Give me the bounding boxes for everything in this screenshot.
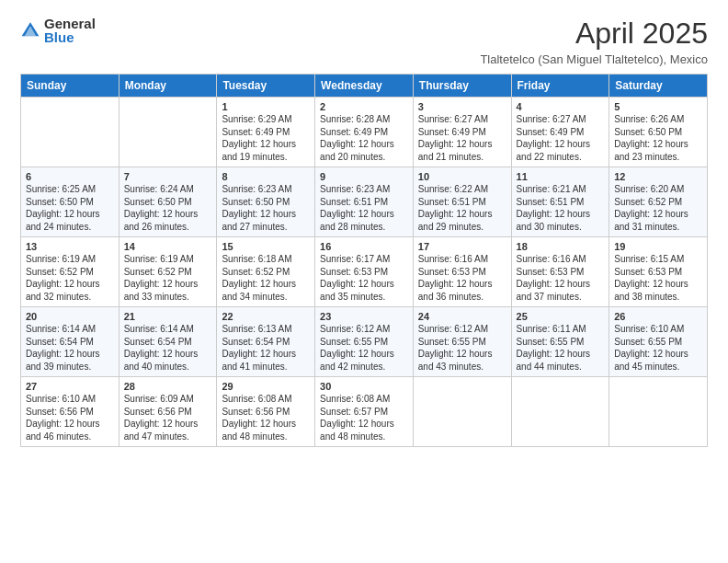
calendar-cell: 23Sunrise: 6:12 AM Sunset: 6:55 PM Dayli… bbox=[315, 307, 414, 377]
day-info: Sunrise: 6:18 AM Sunset: 6:52 PM Dayligh… bbox=[222, 254, 296, 302]
logo-icon bbox=[20, 20, 40, 40]
calendar-cell: 9Sunrise: 6:23 AM Sunset: 6:51 PM Daylig… bbox=[315, 167, 414, 237]
calendar-cell: 18Sunrise: 6:16 AM Sunset: 6:53 PM Dayli… bbox=[511, 237, 609, 307]
day-info: Sunrise: 6:14 AM Sunset: 6:54 PM Dayligh… bbox=[124, 324, 199, 372]
day-number: 19 bbox=[614, 241, 702, 252]
day-info: Sunrise: 6:27 AM Sunset: 6:49 PM Dayligh… bbox=[517, 114, 591, 162]
weekday-header: Saturday bbox=[609, 75, 708, 98]
day-number: 5 bbox=[614, 101, 702, 112]
calendar-cell: 24Sunrise: 6:12 AM Sunset: 6:55 PM Dayli… bbox=[413, 307, 511, 377]
day-info: Sunrise: 6:20 AM Sunset: 6:52 PM Dayligh… bbox=[614, 184, 688, 232]
weekday-header: Monday bbox=[119, 75, 217, 98]
subtitle: Tlaltetelco (San Miguel Tlaltetelco), Me… bbox=[480, 52, 708, 66]
day-info: Sunrise: 6:22 AM Sunset: 6:51 PM Dayligh… bbox=[418, 184, 493, 232]
day-number: 26 bbox=[614, 311, 702, 322]
day-number: 7 bbox=[124, 171, 212, 182]
calendar-cell: 29Sunrise: 6:08 AM Sunset: 6:56 PM Dayli… bbox=[217, 377, 315, 447]
day-info: Sunrise: 6:12 AM Sunset: 6:55 PM Dayligh… bbox=[320, 324, 394, 372]
weekday-header: Friday bbox=[511, 75, 609, 98]
day-number: 16 bbox=[320, 241, 408, 252]
calendar-cell: 20Sunrise: 6:14 AM Sunset: 6:54 PM Dayli… bbox=[21, 307, 119, 377]
day-info: Sunrise: 6:12 AM Sunset: 6:55 PM Dayligh… bbox=[418, 324, 493, 372]
day-number: 10 bbox=[418, 171, 506, 182]
logo-text: General Blue bbox=[44, 17, 96, 44]
title-block: April 2025 Tlaltetelco (San Miguel Tlalt… bbox=[480, 17, 708, 66]
day-number: 3 bbox=[418, 101, 506, 112]
calendar-cell: 13Sunrise: 6:19 AM Sunset: 6:52 PM Dayli… bbox=[21, 237, 119, 307]
calendar-cell: 2Sunrise: 6:28 AM Sunset: 6:49 PM Daylig… bbox=[315, 98, 414, 167]
day-info: Sunrise: 6:24 AM Sunset: 6:50 PM Dayligh… bbox=[124, 184, 199, 232]
page: General Blue April 2025 Tlaltetelco (San… bbox=[0, 0, 728, 563]
day-info: Sunrise: 6:29 AM Sunset: 6:49 PM Dayligh… bbox=[222, 114, 296, 162]
day-number: 15 bbox=[222, 241, 310, 252]
day-number: 2 bbox=[320, 101, 408, 112]
day-number: 27 bbox=[26, 381, 114, 392]
day-info: Sunrise: 6:09 AM Sunset: 6:56 PM Dayligh… bbox=[124, 394, 199, 442]
day-number: 25 bbox=[517, 311, 605, 322]
weekday-header: Sunday bbox=[21, 75, 119, 98]
day-info: Sunrise: 6:25 AM Sunset: 6:50 PM Dayligh… bbox=[26, 184, 100, 232]
day-number: 12 bbox=[614, 171, 702, 182]
weekday-header: Thursday bbox=[413, 75, 511, 98]
day-number: 9 bbox=[320, 171, 408, 182]
day-number: 20 bbox=[26, 311, 114, 322]
day-info: Sunrise: 6:16 AM Sunset: 6:53 PM Dayligh… bbox=[418, 254, 493, 302]
day-number: 22 bbox=[222, 311, 310, 322]
main-title: April 2025 bbox=[480, 17, 708, 51]
calendar-cell: 25Sunrise: 6:11 AM Sunset: 6:55 PM Dayli… bbox=[511, 307, 609, 377]
day-number: 24 bbox=[418, 311, 506, 322]
calendar-cell: 22Sunrise: 6:13 AM Sunset: 6:54 PM Dayli… bbox=[217, 307, 315, 377]
weekday-header: Wednesday bbox=[315, 75, 414, 98]
calendar-cell: 12Sunrise: 6:20 AM Sunset: 6:52 PM Dayli… bbox=[609, 167, 708, 237]
day-number: 17 bbox=[418, 241, 506, 252]
calendar-cell: 11Sunrise: 6:21 AM Sunset: 6:51 PM Dayli… bbox=[511, 167, 609, 237]
calendar-cell bbox=[119, 98, 217, 167]
calendar-cell bbox=[413, 377, 511, 447]
calendar-row: 1Sunrise: 6:29 AM Sunset: 6:49 PM Daylig… bbox=[21, 98, 708, 167]
calendar-cell: 19Sunrise: 6:15 AM Sunset: 6:53 PM Dayli… bbox=[609, 237, 708, 307]
logo-general-text: General bbox=[44, 17, 96, 30]
day-number: 4 bbox=[517, 101, 605, 112]
day-info: Sunrise: 6:21 AM Sunset: 6:51 PM Dayligh… bbox=[517, 184, 591, 232]
calendar-cell: 5Sunrise: 6:26 AM Sunset: 6:50 PM Daylig… bbox=[609, 98, 708, 167]
day-info: Sunrise: 6:08 AM Sunset: 6:57 PM Dayligh… bbox=[320, 394, 394, 442]
calendar-cell bbox=[609, 377, 708, 447]
day-number: 29 bbox=[222, 381, 310, 392]
calendar-cell: 21Sunrise: 6:14 AM Sunset: 6:54 PM Dayli… bbox=[119, 307, 217, 377]
calendar-cell: 28Sunrise: 6:09 AM Sunset: 6:56 PM Dayli… bbox=[119, 377, 217, 447]
day-info: Sunrise: 6:08 AM Sunset: 6:56 PM Dayligh… bbox=[222, 394, 296, 442]
day-info: Sunrise: 6:11 AM Sunset: 6:55 PM Dayligh… bbox=[517, 324, 591, 372]
day-info: Sunrise: 6:17 AM Sunset: 6:53 PM Dayligh… bbox=[320, 254, 394, 302]
day-info: Sunrise: 6:16 AM Sunset: 6:53 PM Dayligh… bbox=[517, 254, 591, 302]
day-number: 1 bbox=[222, 101, 310, 112]
day-info: Sunrise: 6:23 AM Sunset: 6:51 PM Dayligh… bbox=[320, 184, 394, 232]
day-info: Sunrise: 6:15 AM Sunset: 6:53 PM Dayligh… bbox=[614, 254, 688, 302]
calendar-cell: 7Sunrise: 6:24 AM Sunset: 6:50 PM Daylig… bbox=[119, 167, 217, 237]
day-info: Sunrise: 6:26 AM Sunset: 6:50 PM Dayligh… bbox=[614, 114, 688, 162]
day-number: 6 bbox=[26, 171, 114, 182]
day-number: 30 bbox=[320, 381, 408, 392]
calendar-cell: 15Sunrise: 6:18 AM Sunset: 6:52 PM Dayli… bbox=[217, 237, 315, 307]
calendar-cell: 3Sunrise: 6:27 AM Sunset: 6:49 PM Daylig… bbox=[413, 98, 511, 167]
logo: General Blue bbox=[20, 17, 96, 44]
calendar-cell: 10Sunrise: 6:22 AM Sunset: 6:51 PM Dayli… bbox=[413, 167, 511, 237]
calendar-cell: 4Sunrise: 6:27 AM Sunset: 6:49 PM Daylig… bbox=[511, 98, 609, 167]
day-number: 14 bbox=[124, 241, 212, 252]
day-info: Sunrise: 6:13 AM Sunset: 6:54 PM Dayligh… bbox=[222, 324, 296, 372]
day-number: 11 bbox=[517, 171, 605, 182]
day-number: 8 bbox=[222, 171, 310, 182]
calendar-cell: 14Sunrise: 6:19 AM Sunset: 6:52 PM Dayli… bbox=[119, 237, 217, 307]
day-info: Sunrise: 6:10 AM Sunset: 6:55 PM Dayligh… bbox=[614, 324, 688, 372]
day-info: Sunrise: 6:14 AM Sunset: 6:54 PM Dayligh… bbox=[26, 324, 100, 372]
day-info: Sunrise: 6:28 AM Sunset: 6:49 PM Dayligh… bbox=[320, 114, 394, 162]
calendar-cell: 17Sunrise: 6:16 AM Sunset: 6:53 PM Dayli… bbox=[413, 237, 511, 307]
calendar-cell: 6Sunrise: 6:25 AM Sunset: 6:50 PM Daylig… bbox=[21, 167, 119, 237]
calendar-cell bbox=[511, 377, 609, 447]
day-number: 18 bbox=[517, 241, 605, 252]
calendar-cell: 16Sunrise: 6:17 AM Sunset: 6:53 PM Dayli… bbox=[315, 237, 414, 307]
calendar-cell: 8Sunrise: 6:23 AM Sunset: 6:50 PM Daylig… bbox=[217, 167, 315, 237]
weekday-header: Tuesday bbox=[217, 75, 315, 98]
day-number: 21 bbox=[124, 311, 212, 322]
logo-blue-text: Blue bbox=[44, 30, 96, 44]
header: General Blue April 2025 Tlaltetelco (San… bbox=[20, 17, 708, 66]
